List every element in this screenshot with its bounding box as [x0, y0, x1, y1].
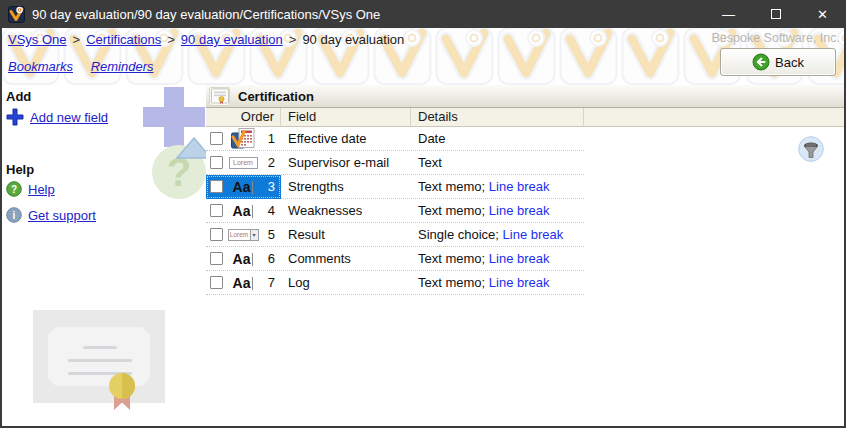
row-details: Text: [411, 155, 442, 170]
bookmarks-link[interactable]: Bookmarks: [8, 59, 73, 74]
row-selection-area[interactable]: Lorem 2: [206, 151, 281, 175]
text-memo-icon: Aa: [226, 203, 260, 219]
svg-text:i: i: [13, 210, 16, 221]
panel-header: Certification: [206, 85, 844, 108]
row-details: Text memo; Line break: [411, 251, 550, 266]
breadcrumb-link-vsys-one[interactable]: VSys One: [8, 32, 67, 47]
row-field-name: Result: [281, 227, 411, 242]
text-memo-icon: Aa: [226, 179, 260, 195]
row-order: 7: [260, 275, 281, 290]
svg-text:?: ?: [11, 184, 17, 195]
row-field-name: Effective date: [281, 131, 411, 146]
column-field[interactable]: Field: [281, 108, 411, 126]
quick-links: Bookmarks Reminders: [8, 59, 168, 74]
table-column-header: Order Field Details: [206, 108, 844, 127]
table-row[interactable]: 1 Effective date Date: [206, 127, 584, 151]
row-details-link: Line break: [489, 275, 550, 290]
breadcrumb-link-certifications[interactable]: Certifications: [86, 32, 161, 47]
panel-title: Certification: [238, 89, 314, 104]
row-order: 2: [260, 155, 281, 170]
help-link[interactable]: Help: [28, 182, 55, 197]
info-icon: i: [6, 207, 22, 223]
row-order: 3: [260, 179, 281, 194]
add-new-field-link[interactable]: Add new field: [30, 110, 108, 125]
question-icon: ?: [6, 181, 22, 197]
row-details: Text memo; Line break: [411, 275, 550, 290]
row-details: Text memo; Line break: [411, 179, 550, 194]
row-order: 1: [260, 131, 281, 146]
reminders-link[interactable]: Reminders: [91, 59, 154, 74]
filter-icon[interactable]: [798, 136, 824, 162]
get-support-link[interactable]: Get support: [28, 208, 96, 223]
certificate-icon: [211, 88, 229, 104]
maximize-button[interactable]: [752, 0, 799, 28]
table-row[interactable]: Aa 7 Log Text memo; Line break: [206, 271, 584, 295]
row-checkbox[interactable]: [210, 252, 223, 265]
row-order: 4: [260, 203, 281, 218]
calendar-icon: [226, 128, 260, 149]
row-field-name: Log: [281, 275, 411, 290]
row-order: 6: [260, 251, 281, 266]
row-field-name: Weaknesses: [281, 203, 411, 218]
row-selection-area[interactable]: Aa 6: [206, 247, 281, 271]
text-memo-icon: Aa: [226, 275, 260, 291]
row-field-name: Supervisor e-mail: [281, 155, 411, 170]
title-bar: 90 day evaluation/90 day evaluation/Cert…: [0, 0, 846, 28]
maximize-icon: [771, 9, 781, 19]
row-checkbox[interactable]: [210, 204, 223, 217]
row-checkbox[interactable]: [210, 276, 223, 289]
row-selection-area[interactable]: 1: [206, 127, 281, 151]
row-selection-area[interactable]: Aa 7: [206, 271, 281, 295]
field-table: 1 Effective date Date Lorem 2 Supervisor…: [206, 127, 584, 295]
vsys-logo-icon: [8, 6, 25, 23]
back-arrow-icon: [752, 53, 770, 71]
company-name: Bespoke Software, Inc.: [711, 31, 840, 45]
row-selection-area[interactable]: Aa 4: [206, 199, 281, 223]
table-row[interactable]: Lorem▾ 5 Result Single choice; Line brea…: [206, 223, 584, 247]
breadcrumb: VSys One>Certifications>90 day evaluatio…: [8, 32, 404, 47]
certificate-illustration: [33, 310, 167, 412]
text-field-icon: Lorem: [226, 157, 260, 169]
row-details: Single choice; Line break: [411, 227, 563, 242]
window-title: 90 day evaluation/90 day evaluation/Cert…: [32, 7, 705, 22]
row-checkbox[interactable]: [210, 228, 223, 241]
application-window: 90 day evaluation/90 day evaluation/Cert…: [0, 0, 846, 428]
row-order: 5: [260, 227, 281, 242]
row-field-name: Comments: [281, 251, 411, 266]
minimize-button[interactable]: —: [705, 0, 752, 28]
row-checkbox[interactable]: [210, 180, 223, 193]
text-memo-icon: Aa: [226, 251, 260, 267]
column-order[interactable]: Order: [206, 108, 281, 126]
certification-panel: Certification Order Field Details 1 Effe…: [206, 85, 844, 426]
table-row[interactable]: Aa 4 Weaknesses Text memo; Line break: [206, 199, 584, 223]
row-selection-area[interactable]: Lorem▾ 5: [206, 223, 281, 247]
row-field-name: Strengths: [281, 179, 411, 194]
row-details-link: Line break: [489, 251, 550, 266]
sidebar: Add Add new field ? Help ? Help i Get su…: [0, 85, 200, 426]
plus-icon: [6, 108, 24, 126]
row-checkbox[interactable]: [210, 132, 223, 145]
breadcrumb-current: 90 day evaluation: [302, 32, 404, 47]
column-details[interactable]: Details: [411, 108, 584, 126]
single-choice-icon: Lorem▾: [226, 229, 260, 241]
table-row[interactable]: Lorem 2 Supervisor e-mail Text: [206, 151, 584, 175]
row-details: Text memo; Line break: [411, 203, 550, 218]
breadcrumb-link-evaluation[interactable]: 90 day evaluation: [181, 32, 283, 47]
table-row[interactable]: Aa 6 Comments Text memo; Line break: [206, 247, 584, 271]
back-button[interactable]: Back: [720, 48, 836, 76]
row-details-link: Line break: [489, 203, 550, 218]
row-selection-area[interactable]: Aa 3: [206, 175, 281, 199]
row-details-link: Line break: [503, 227, 564, 242]
row-checkbox[interactable]: [210, 156, 223, 169]
back-button-label: Back: [775, 55, 804, 70]
row-details: Date: [411, 131, 445, 146]
table-row[interactable]: Aa 3 Strengths Text memo; Line break: [206, 175, 584, 199]
row-details-link: Line break: [489, 179, 550, 194]
close-button[interactable]: ✕: [799, 0, 846, 28]
